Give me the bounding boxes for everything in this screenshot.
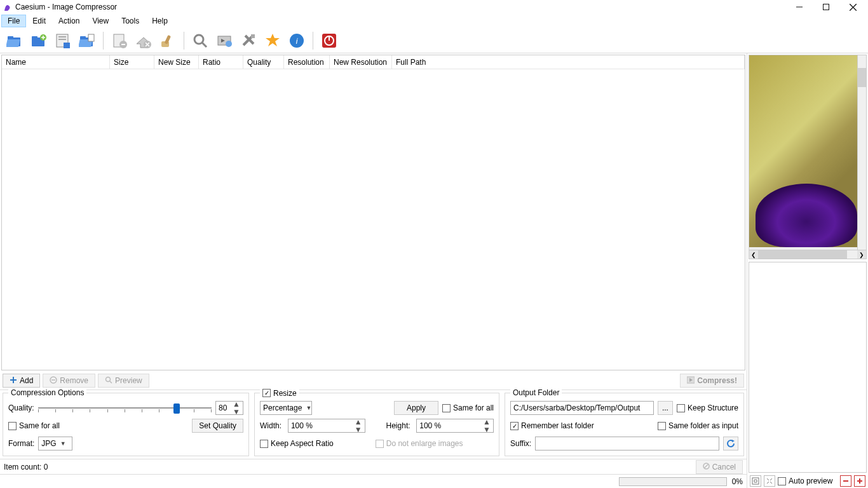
cancel-icon: [703, 463, 710, 471]
open-list-icon[interactable]: [78, 31, 97, 50]
app-icon: [3, 2, 13, 12]
fit-window-icon[interactable]: [750, 475, 761, 487]
same-folder-check[interactable]: Same folder as input: [658, 421, 738, 430]
close-button[interactable]: [845, 1, 860, 13]
browse-button[interactable]: ...: [658, 401, 673, 415]
menu-file[interactable]: File: [1, 15, 26, 27]
preview-vertical-scrollbar[interactable]: [857, 55, 866, 250]
menu-edit[interactable]: Edit: [26, 15, 52, 27]
col-name[interactable]: Name: [2, 55, 110, 69]
svg-rect-5: [8, 36, 13, 39]
actual-size-icon[interactable]: [764, 475, 775, 487]
output-title: Output Folder: [510, 388, 562, 397]
clear-list-icon[interactable]: [158, 31, 177, 50]
open-folder-icon[interactable]: [29, 31, 48, 50]
menubar: File Edit Action View Tools Help: [0, 14, 868, 28]
col-resolution[interactable]: Resolution: [284, 55, 330, 69]
zoom-in-icon[interactable]: [854, 475, 865, 487]
compress-button[interactable]: Compress!: [680, 374, 744, 388]
set-quality-button[interactable]: Set Quality: [192, 419, 243, 433]
format-label: Format:: [8, 439, 34, 448]
preview-icon[interactable]: [191, 31, 210, 50]
auto-preview-check[interactable]: Auto preview: [778, 477, 832, 485]
cancel-button[interactable]: Cancel: [696, 460, 743, 474]
toolbar: i: [0, 28, 868, 53]
file-list-body[interactable]: [2, 69, 745, 370]
plus-icon: [10, 376, 17, 386]
menu-view[interactable]: View: [86, 15, 115, 27]
remove-from-disk-icon[interactable]: [134, 31, 153, 50]
svg-point-28: [226, 41, 232, 47]
magnifier-icon: [105, 376, 112, 386]
donate-icon[interactable]: [263, 31, 282, 50]
col-ratio[interactable]: Ratio: [199, 55, 243, 69]
preview-button[interactable]: Preview: [98, 374, 149, 388]
minus-circle-icon: [50, 376, 57, 386]
keep-structure-check[interactable]: Keep Structure: [677, 403, 738, 412]
output-path-input[interactable]: [510, 401, 654, 415]
file-list[interactable]: Name Size New Size Ratio Quality Resolut…: [1, 55, 745, 370]
col-full-path[interactable]: Full Path: [392, 55, 745, 69]
svg-line-39: [110, 381, 112, 383]
suffix-label: Suffix:: [510, 439, 531, 448]
svg-marker-42: [732, 440, 735, 442]
svg-rect-11: [58, 36, 66, 37]
svg-marker-30: [266, 34, 280, 46]
add-button[interactable]: Add: [3, 374, 40, 388]
progress-bar: [619, 477, 727, 486]
svg-rect-6: [6, 39, 20, 47]
exit-icon[interactable]: [320, 31, 339, 50]
quality-spinbox[interactable]: 80▲▼: [215, 401, 243, 415]
width-label: Width:: [260, 421, 284, 430]
svg-point-38: [106, 377, 111, 381]
about-icon[interactable]: i: [287, 31, 306, 50]
remove-item-icon[interactable]: [110, 31, 129, 50]
width-spinbox[interactable]: 100 %▲▼: [288, 419, 365, 433]
apply-button[interactable]: Apply: [394, 401, 438, 415]
quality-slider[interactable]: [38, 402, 212, 414]
preview-button-label: Preview: [115, 376, 142, 385]
remember-folder-check[interactable]: Remember last folder: [510, 421, 594, 430]
keep-aspect-check[interactable]: Keep Aspect Ratio: [260, 439, 334, 448]
menu-tools[interactable]: Tools: [115, 15, 146, 27]
height-label: Height:: [386, 421, 413, 430]
menu-action[interactable]: Action: [52, 15, 86, 27]
reset-suffix-button[interactable]: [723, 437, 738, 451]
compress-icon[interactable]: [215, 31, 234, 50]
svg-text:i: i: [296, 37, 298, 46]
toolbar-separator: [313, 32, 313, 50]
compression-title: Compression Options: [8, 388, 86, 397]
col-new-size[interactable]: New Size: [154, 55, 199, 69]
menu-help[interactable]: Help: [146, 15, 174, 27]
settings-icon[interactable]: [239, 31, 258, 50]
format-select[interactable]: JPG▼: [38, 437, 72, 451]
preview-horizontal-scrollbar[interactable]: ❮❯: [749, 250, 866, 259]
quality-same-for-all-check[interactable]: Same for all: [8, 421, 60, 430]
height-spinbox[interactable]: 100 %▲▼: [416, 419, 494, 433]
compress-play-icon: [687, 376, 695, 386]
statusbar: 0%: [0, 474, 747, 488]
maximize-button[interactable]: [818, 1, 834, 13]
open-file-icon[interactable]: [5, 31, 24, 50]
save-list-icon[interactable]: [53, 31, 72, 50]
suffix-input[interactable]: [535, 437, 719, 451]
bottom-strip: Item count: 0 Cancel: [0, 459, 747, 474]
add-button-label: Add: [20, 376, 33, 385]
compressed-preview-pane: [749, 262, 867, 473]
original-preview-pane: ❮❯: [749, 55, 867, 259]
compress-button-label: Compress!: [697, 376, 737, 385]
col-size[interactable]: Size: [110, 55, 154, 69]
toolbar-separator: [184, 32, 184, 50]
zoom-out-icon[interactable]: [840, 475, 851, 487]
col-quality[interactable]: Quality: [243, 55, 284, 69]
resize-same-for-all-check[interactable]: Same for all: [442, 403, 494, 412]
svg-line-44: [704, 464, 708, 468]
minimize-button[interactable]: [792, 1, 807, 13]
resize-mode-select[interactable]: Percentage▼: [260, 401, 312, 415]
resize-check[interactable]: Resize: [262, 389, 297, 398]
svg-rect-13: [64, 43, 70, 48]
svg-rect-29: [251, 34, 255, 38]
col-new-resolution[interactable]: New Resolution: [330, 55, 392, 69]
compression-group: Compression Options Quality: 80▲▼ Same f…: [3, 393, 249, 456]
remove-button[interactable]: Remove: [43, 374, 95, 388]
